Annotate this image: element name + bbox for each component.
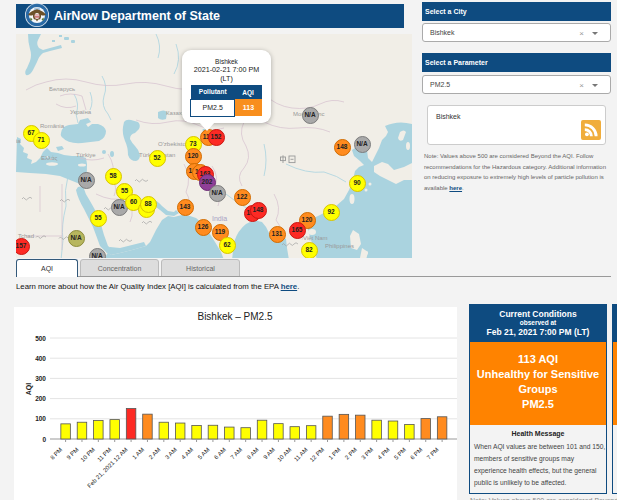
svg-text:Türkiye: Türkiye bbox=[76, 152, 96, 158]
svg-text:2 PM: 2 PM bbox=[344, 446, 358, 460]
svg-text:12 PM: 12 PM bbox=[309, 446, 326, 463]
svg-text:5 AM: 5 AM bbox=[197, 446, 211, 460]
svg-text:România: România bbox=[40, 123, 65, 129]
svg-text:Italia: Italia bbox=[16, 138, 21, 144]
svg-text:2 AM: 2 AM bbox=[148, 446, 162, 460]
svg-text:1 PM: 1 PM bbox=[327, 446, 341, 460]
svg-text:7 AM: 7 AM bbox=[229, 446, 243, 460]
svg-text:400: 400 bbox=[35, 355, 46, 362]
svg-text:1 AM: 1 AM bbox=[131, 446, 145, 460]
svg-text:11 AM: 11 AM bbox=[293, 446, 309, 462]
svg-text:7 PM: 7 PM bbox=[426, 446, 440, 460]
svg-text:9 AM: 9 AM bbox=[262, 446, 276, 460]
svg-text:Việt Nam: Việt Nam bbox=[303, 235, 328, 241]
svg-text:3 AM: 3 AM bbox=[164, 446, 178, 460]
svg-text:4 AM: 4 AM bbox=[180, 446, 194, 460]
svg-text:Беларусь: Беларусь bbox=[49, 86, 75, 92]
svg-text:Україна: Україна bbox=[70, 109, 92, 115]
svg-text:500: 500 bbox=[35, 335, 46, 342]
svg-text:5 PM: 5 PM bbox=[393, 446, 407, 460]
svg-text:4 PM: 4 PM bbox=[377, 446, 391, 460]
svg-text:6 PM: 6 PM bbox=[409, 446, 423, 460]
svg-text:8 AM: 8 AM bbox=[246, 446, 260, 460]
svg-text:Ελλάς: Ελλάς bbox=[41, 155, 57, 161]
svg-text:3 PM: 3 PM bbox=[360, 446, 374, 460]
svg-text:Philippines: Philippines bbox=[325, 243, 354, 249]
svg-text:6 AM: 6 AM bbox=[213, 446, 227, 460]
svg-text:India: India bbox=[212, 215, 227, 222]
svg-text:10 AM: 10 AM bbox=[276, 446, 292, 462]
svg-text:Bishkek – PM2.5: Bishkek – PM2.5 bbox=[197, 311, 272, 322]
svg-text:10 PM: 10 PM bbox=[80, 446, 97, 463]
svg-text:0: 0 bbox=[42, 436, 46, 443]
svg-text:200: 200 bbox=[35, 395, 46, 402]
svg-text:9 PM: 9 PM bbox=[66, 446, 80, 460]
svg-text:8 PM: 8 PM bbox=[49, 446, 63, 460]
svg-text:AQI: AQI bbox=[25, 383, 33, 396]
svg-text:100: 100 bbox=[35, 415, 46, 422]
svg-text:300: 300 bbox=[35, 375, 46, 382]
